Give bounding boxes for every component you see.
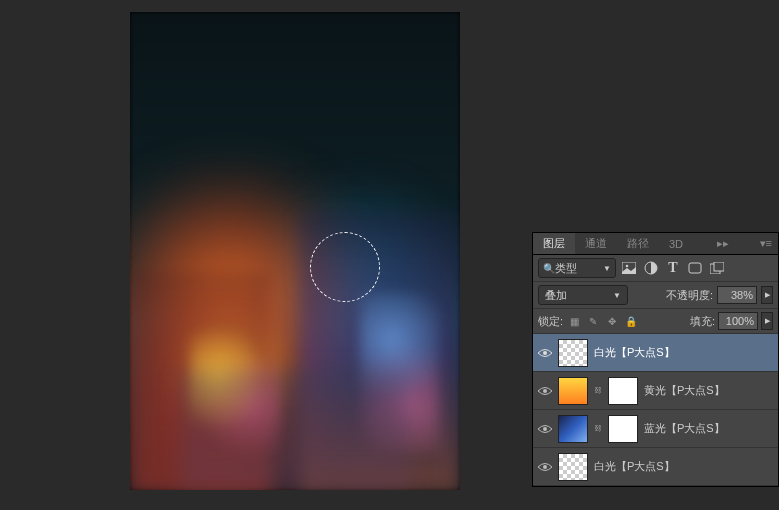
- layers-list: 白光【P大点S】 ⛓ 黄光【P大点S】 ⛓ 蓝光【P大点S】 白光【P大点S】: [533, 334, 778, 486]
- blend-mode-dropdown[interactable]: 叠加 ▼: [538, 285, 628, 305]
- document-canvas[interactable]: [130, 12, 460, 490]
- layer-row[interactable]: ⛓ 蓝光【P大点S】: [533, 410, 778, 448]
- layer-thumbnail[interactable]: [558, 415, 588, 443]
- lock-position-icon[interactable]: ✥: [604, 313, 620, 329]
- image-content: [130, 12, 460, 490]
- tab-paths[interactable]: 路径: [617, 233, 659, 254]
- lock-transparent-icon[interactable]: ▦: [566, 313, 582, 329]
- tab-channels[interactable]: 通道: [575, 233, 617, 254]
- filter-type-icon[interactable]: T: [664, 259, 682, 277]
- layer-row[interactable]: 白光【P大点S】: [533, 448, 778, 486]
- opacity-label: 不透明度:: [666, 288, 713, 303]
- opacity-input[interactable]: 38%: [717, 286, 757, 304]
- panel-menu-icon[interactable]: ▸▸: [711, 237, 735, 250]
- panel-tabs: 图层 通道 路径 3D ▸▸ ▾≡: [533, 233, 778, 255]
- fill-flyout-icon[interactable]: ▶: [761, 312, 773, 330]
- svg-point-9: [543, 465, 547, 469]
- svg-rect-5: [714, 262, 724, 271]
- marquee-selection[interactable]: [310, 232, 380, 302]
- svg-rect-3: [689, 263, 701, 273]
- blend-row: 叠加 ▼ 不透明度: 38% ▶: [533, 282, 778, 309]
- filter-type-dropdown[interactable]: 🔍 类型 ▼: [538, 258, 616, 278]
- blend-mode-value: 叠加: [545, 288, 567, 303]
- filter-toolbar: 🔍 类型 ▼ T: [533, 255, 778, 282]
- chevron-down-icon: ▼: [603, 264, 611, 273]
- layer-mask-thumbnail[interactable]: [608, 377, 638, 405]
- filter-smart-icon[interactable]: [708, 259, 726, 277]
- filter-shape-icon[interactable]: [686, 259, 704, 277]
- layers-panel: 图层 通道 路径 3D ▸▸ ▾≡ 🔍 类型 ▼ T 叠加 ▼ 不透明度: 38…: [532, 232, 779, 487]
- layer-thumbnail[interactable]: [558, 377, 588, 405]
- svg-point-7: [543, 389, 547, 393]
- svg-point-8: [543, 427, 547, 431]
- tab-layers[interactable]: 图层: [533, 233, 575, 254]
- layer-name[interactable]: 白光【P大点S】: [594, 345, 675, 360]
- visibility-toggle[interactable]: [538, 384, 552, 398]
- chevron-down-icon: ▼: [613, 291, 621, 300]
- lock-row: 锁定: ▦ ✎ ✥ 🔒 填充: 100% ▶: [533, 309, 778, 334]
- tab-3d[interactable]: 3D: [659, 233, 693, 254]
- opacity-flyout-icon[interactable]: ▶: [761, 286, 773, 304]
- fill-label: 填充:: [690, 314, 715, 329]
- fill-input[interactable]: 100%: [718, 312, 758, 330]
- layer-name[interactable]: 黄光【P大点S】: [644, 383, 725, 398]
- lock-all-icon[interactable]: 🔒: [623, 313, 639, 329]
- layer-thumbnail[interactable]: [558, 339, 588, 367]
- layer-name[interactable]: 白光【P大点S】: [594, 459, 675, 474]
- svg-point-6: [543, 351, 547, 355]
- visibility-toggle[interactable]: [538, 460, 552, 474]
- lock-pixels-icon[interactable]: ✎: [585, 313, 601, 329]
- link-icon: ⛓: [594, 424, 602, 433]
- link-icon: ⛓: [594, 386, 602, 395]
- filter-adjust-icon[interactable]: [642, 259, 660, 277]
- visibility-toggle[interactable]: [538, 346, 552, 360]
- layer-row[interactable]: 白光【P大点S】: [533, 334, 778, 372]
- lock-label: 锁定:: [538, 314, 563, 329]
- filter-label: 类型: [555, 261, 577, 276]
- filter-pixel-icon[interactable]: [620, 259, 638, 277]
- layer-mask-thumbnail[interactable]: [608, 415, 638, 443]
- visibility-toggle[interactable]: [538, 422, 552, 436]
- svg-point-1: [626, 265, 629, 268]
- search-icon: 🔍: [543, 263, 555, 274]
- panel-options-icon[interactable]: ▾≡: [754, 237, 778, 250]
- layer-name[interactable]: 蓝光【P大点S】: [644, 421, 725, 436]
- layer-row[interactable]: ⛓ 黄光【P大点S】: [533, 372, 778, 410]
- layer-thumbnail[interactable]: [558, 453, 588, 481]
